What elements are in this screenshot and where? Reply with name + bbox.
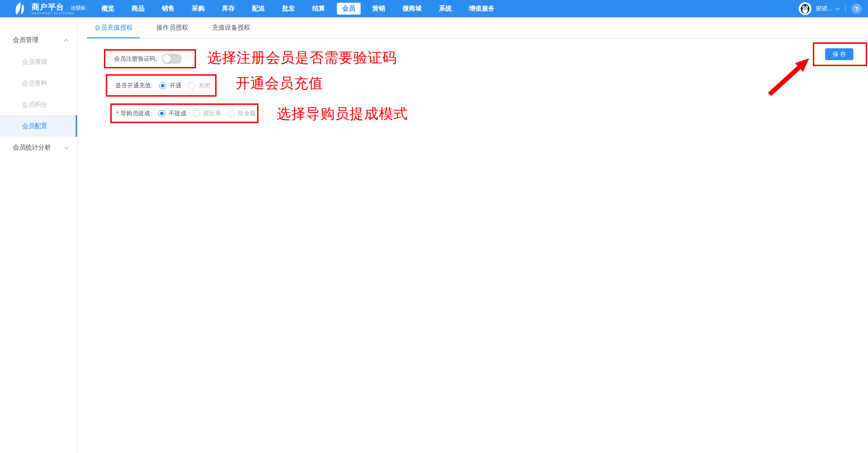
save-button[interactable]: 保 存: [825, 48, 853, 60]
nav-item-system[interactable]: 系统: [434, 3, 457, 15]
nav-item-wholesale[interactable]: 批发: [277, 3, 300, 15]
recharge-open-label: 是否开通充值:: [115, 82, 153, 90]
radio-selected-icon: [159, 82, 166, 89]
radio-option-by-amount[interactable]: 按金额: [227, 109, 256, 118]
nav-item-member[interactable]: 会员: [337, 3, 361, 15]
guide-commission-label: 导购员提成:: [120, 109, 152, 118]
annotation-guide-commission: 选择导购员提成模式: [277, 106, 408, 122]
sidebar-item-member-config[interactable]: 会员配置: [0, 115, 77, 137]
top-header: 商户平台 · 连锁版 MERCHANT PLATFORM 概览 商品 销售 采购…: [0, 0, 868, 17]
sidebar-group-member-statistics[interactable]: 会员统计分析: [0, 137, 77, 159]
radio-option-label: 关闭: [198, 82, 210, 90]
nav-item-overview[interactable]: 概览: [96, 3, 120, 15]
chevron-up-icon: [64, 39, 69, 43]
nav-item-inventory[interactable]: 库存: [217, 3, 240, 15]
main-content: 会员充值授权 操作员授权 充值设备授权 会员注册验证码: 选择注册会员是否需要验…: [78, 17, 868, 453]
annotation-box-register-captcha: 会员注册验证码:: [104, 49, 196, 68]
sidebar-group-member-management[interactable]: 会员管理: [0, 29, 77, 51]
radio-option-open[interactable]: 开通: [159, 82, 181, 90]
annotation-recharge-open: 开通会员充值: [236, 75, 323, 92]
tab-recharge-device-auth[interactable]: 充值设备授权: [205, 17, 258, 38]
sidebar-group-label: 会员管理: [13, 36, 38, 44]
nav-item-marketing[interactable]: 营销: [367, 3, 391, 15]
tab-member-recharge-auth[interactable]: 会员充值授权: [87, 17, 140, 38]
radio-unselected-icon: [188, 82, 195, 89]
chevron-down-icon[interactable]: [836, 5, 840, 10]
radio-option-label: 不提成: [169, 109, 186, 118]
sidebar-group-label: 会员统计分析: [13, 144, 51, 152]
annotation-box-recharge-open: 是否开通充值: 开通 关闭: [106, 74, 217, 97]
sidebar: 会员管理 会员等级 会员资料 会员积分 会员配置 会员统计分析: [0, 17, 78, 453]
switch-knob: [163, 55, 171, 63]
top-nav: 概览 商品 销售 采购 库存 配送 批发 结算 会员 营销 微商城 系统 增值服…: [93, 0, 503, 17]
sidebar-item-member-info[interactable]: 会员资料: [0, 72, 77, 94]
radio-option-label: 按比率: [203, 109, 221, 118]
radio-selected-icon: [158, 110, 165, 117]
nav-item-purchase[interactable]: 采购: [186, 3, 210, 15]
annotation-arrow: [764, 52, 816, 100]
radio-unselected-icon: [227, 110, 235, 117]
radio-option-label: 按金额: [238, 109, 256, 118]
logo-edition: 连锁版: [71, 5, 86, 10]
header-user-area: 望望... ?: [799, 2, 862, 15]
radio-option-by-rate[interactable]: 按比率: [193, 109, 221, 118]
logo-separator: ·: [67, 5, 68, 10]
logo-leaf-icon: [13, 1, 27, 16]
header-divider: [845, 5, 846, 12]
required-asterisk: *: [116, 110, 119, 117]
radio-option-close[interactable]: 关闭: [188, 82, 210, 90]
sidebar-item-member-level[interactable]: 会员等级: [0, 51, 77, 72]
nav-item-microstore[interactable]: 微商城: [397, 3, 427, 15]
chevron-down-icon: [64, 145, 69, 149]
help-button[interactable]: ?: [852, 4, 862, 14]
radio-option-no-commission[interactable]: 不提成: [158, 109, 186, 118]
nav-item-sales[interactable]: 销售: [156, 3, 180, 15]
radio-unselected-icon: [193, 110, 200, 117]
nav-item-goods[interactable]: 商品: [126, 3, 150, 15]
tab-bar: 会员充值授权 操作员授权 充值设备授权: [78, 17, 868, 39]
tab-operator-auth[interactable]: 操作员授权: [149, 17, 196, 38]
register-captcha-label: 会员注册验证码:: [114, 55, 157, 63]
nav-item-delivery[interactable]: 配送: [247, 3, 270, 15]
logo-subtitle: MERCHANT PLATFORM: [31, 12, 86, 15]
radio-option-label: 开通: [170, 82, 181, 90]
sidebar-item-member-points[interactable]: 会员积分: [0, 94, 77, 115]
nav-item-value-added[interactable]: 增值服务: [464, 3, 500, 15]
avatar[interactable]: [799, 2, 811, 15]
penguin-icon: [799, 3, 811, 15]
annotation-box-guide-commission: * 导购员提成: 不提成 按比率 按金额: [110, 103, 258, 123]
logo-text: 商户平台 · 连锁版 MERCHANT PLATFORM: [31, 3, 86, 15]
app-logo: 商户平台 · 连锁版 MERCHANT PLATFORM: [13, 1, 86, 16]
annotation-register-captcha: 选择注册会员是否需要验证码: [207, 50, 397, 66]
question-icon: ?: [855, 5, 858, 12]
register-captcha-switch[interactable]: [162, 54, 182, 64]
username[interactable]: 望望...: [815, 5, 832, 13]
logo-title: 商户平台: [31, 3, 64, 11]
nav-item-settlement[interactable]: 结算: [307, 3, 331, 15]
